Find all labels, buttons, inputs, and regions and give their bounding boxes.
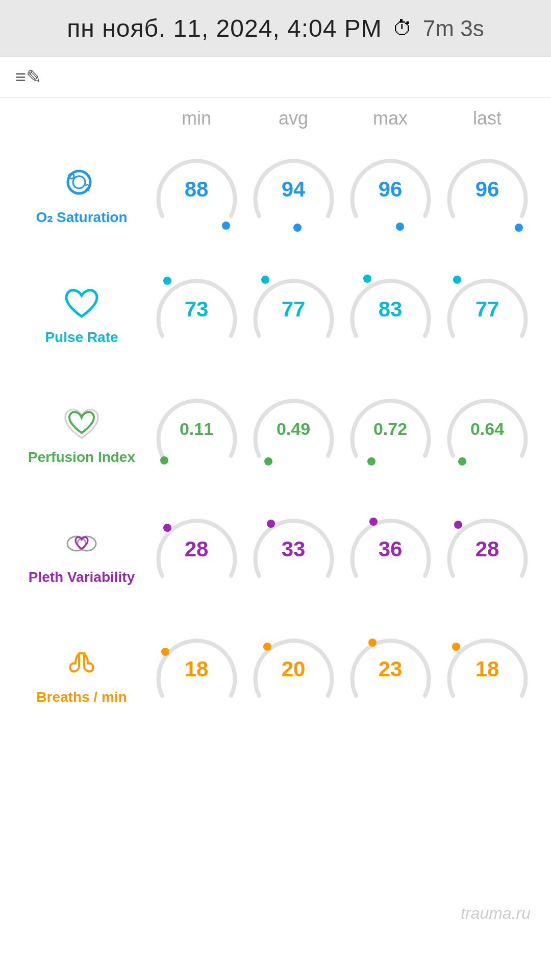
pleth-icon xyxy=(61,523,102,564)
header-duration: 7m 3s xyxy=(423,16,484,41)
svg-point-2 xyxy=(69,174,74,179)
gauge-cell-o2-max: 96 xyxy=(342,150,439,239)
gauge-cell-perf-max: 0.72 xyxy=(342,389,439,479)
metric-row-perfusion: Perfusion Index 0.11 0.49 0.72 xyxy=(0,374,551,494)
perfusion-icon xyxy=(61,403,102,444)
gauge-cell-perf-min: 0.11 xyxy=(148,389,245,479)
gauge-cell-pleth-avg: 33 xyxy=(245,509,342,599)
metric-row-pulse: Pulse Rate 73 77 83 xyxy=(0,254,551,374)
gauge-cell-o2-avg: 94 xyxy=(245,150,342,239)
metric-label-breaths: Breaths / min xyxy=(15,643,148,705)
col-header-last: last xyxy=(439,108,536,129)
col-header-max: max xyxy=(342,108,439,129)
gauge-cell-pulse-last: 77 xyxy=(439,270,536,359)
metric-name-perfusion: Perfusion Index xyxy=(28,449,135,465)
metric-name-pleth: Pleth Variability xyxy=(29,569,135,585)
metric-row-o2: 2 O₂ Saturation 88 94 96 xyxy=(0,134,551,254)
gauge-cell-breath-last: 18 xyxy=(439,629,536,719)
gauge-cell-perf-last: 0.64 xyxy=(439,389,536,479)
metric-label-o2: 2 O₂ Saturation xyxy=(15,163,148,226)
breaths-icon xyxy=(61,643,102,684)
header-date: пн нояб. 11, 2024, 4:04 PM xyxy=(67,14,382,42)
gauge-cell-pulse-min: 73 xyxy=(148,270,245,359)
gauge-cell-o2-min: 88 xyxy=(148,150,245,239)
col-header-avg: avg xyxy=(245,108,342,129)
svg-text:2: 2 xyxy=(85,183,90,193)
watermark: trauma.ru xyxy=(461,904,531,923)
gauge-cell-pleth-last: 28 xyxy=(439,509,536,599)
gauge-cell-perf-avg: 0.49 xyxy=(245,389,342,479)
o2-icon: 2 xyxy=(61,163,102,204)
pulse-icon xyxy=(61,283,102,324)
metric-name-breaths: Breaths / min xyxy=(36,689,127,705)
edit-icon[interactable]: ≡✎ xyxy=(15,66,41,88)
metric-name-pulse: Pulse Rate xyxy=(45,329,118,346)
gauge-cell-o2-last: 96 xyxy=(439,150,536,239)
header: пн нояб. 11, 2024, 4:04 PM ⏱ 7m 3s xyxy=(0,0,551,57)
metric-row-pleth: Pleth Variability 28 33 36 xyxy=(0,494,551,614)
col-header-min: min xyxy=(148,108,245,129)
gauge-cell-pleth-min: 28 xyxy=(148,509,245,599)
clock-icon: ⏱ xyxy=(392,17,413,40)
gauge-cell-pleth-max: 36 xyxy=(342,509,439,599)
toolbar: ≡✎ xyxy=(0,57,551,97)
metric-label-pulse: Pulse Rate xyxy=(15,283,148,346)
gauge-cell-pulse-avg: 77 xyxy=(245,270,342,359)
svg-point-1 xyxy=(73,176,85,188)
gauge-cell-pulse-max: 83 xyxy=(342,270,439,359)
gauge-cell-breath-max: 23 xyxy=(342,629,439,719)
gauge-cell-breath-avg: 20 xyxy=(245,629,342,719)
col-headers: min avg max last xyxy=(0,97,551,134)
gauge-cell-breath-min: 18 xyxy=(148,629,245,719)
metric-name-o2: O₂ Saturation xyxy=(36,209,127,226)
metric-label-perfusion: Perfusion Index xyxy=(15,403,148,465)
metric-label-pleth: Pleth Variability xyxy=(15,523,148,585)
metric-row-breaths: Breaths / min 18 20 23 xyxy=(0,614,551,734)
